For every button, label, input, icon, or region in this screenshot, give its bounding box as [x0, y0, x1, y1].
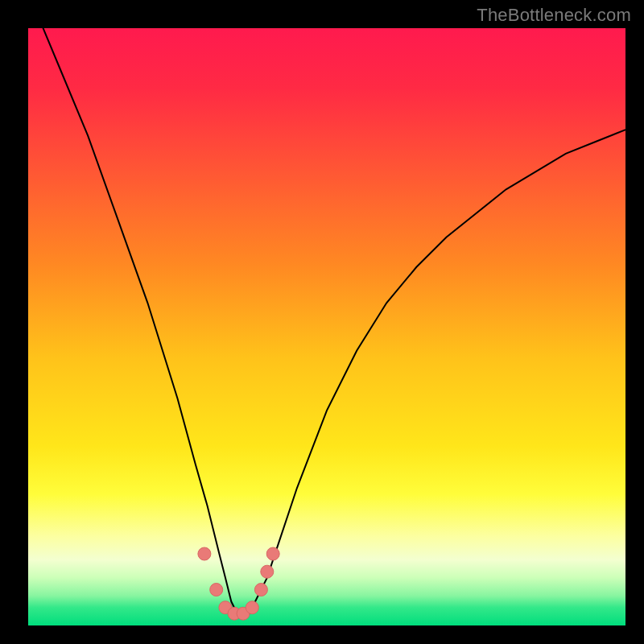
chart-canvas — [28, 28, 625, 625]
gradient-background — [28, 28, 625, 625]
curve-marker — [261, 565, 274, 578]
curve-marker — [254, 584, 267, 597]
chart-frame: TheBottleneck.com — [0, 0, 644, 644]
curve-marker — [266, 547, 279, 560]
curve-marker — [198, 547, 211, 560]
watermark-text: TheBottleneck.com — [477, 5, 631, 26]
curve-marker — [246, 601, 258, 614]
curve-marker — [210, 584, 223, 597]
plot-area — [28, 28, 625, 625]
